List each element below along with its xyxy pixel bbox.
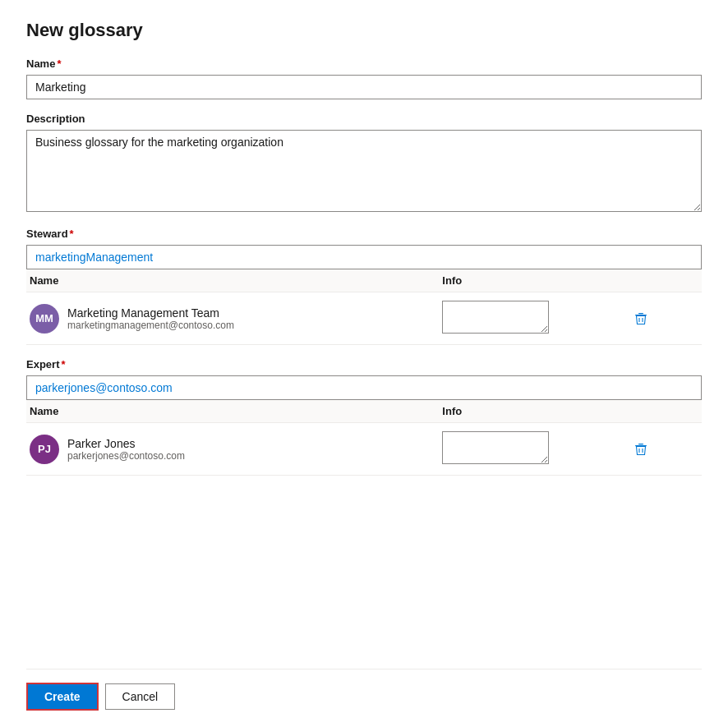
description-group: Description Business glossary for the ma… <box>26 113 702 214</box>
expert-col-info: Info <box>439 400 626 423</box>
expert-label: Expert* <box>26 358 702 370</box>
expert-delete-button[interactable] <box>630 439 652 460</box>
expert-person-email: parkerjones@contoso.com <box>67 450 185 462</box>
steward-table: Name Info MM Marketing Management Team m… <box>26 269 702 345</box>
steward-info-input[interactable] <box>442 301 549 334</box>
create-button[interactable]: Create <box>26 683 99 711</box>
form-container: New glossary Name* Description Business … <box>0 0 728 727</box>
steward-col-info: Info <box>439 269 626 292</box>
expert-avatar: PJ <box>30 435 59 464</box>
expert-person-info: Parker Jones parkerjones@contoso.com <box>67 437 185 462</box>
expert-person-name: Parker Jones <box>67 437 185 450</box>
steward-avatar: MM <box>30 304 59 334</box>
steward-person-name: Marketing Management Team <box>67 306 234 320</box>
name-required-star: * <box>57 58 61 70</box>
expert-required-star: * <box>61 358 65 370</box>
steward-col-name: Name <box>26 269 439 292</box>
page-title: New glossary <box>26 20 702 41</box>
name-input[interactable] <box>26 75 702 99</box>
steward-group: Steward* Name Info MM Marketing Mana <box>26 228 702 345</box>
expert-row: PJ Parker Jones parkerjones@contoso.com <box>26 423 702 476</box>
steward-person-cell: MM Marketing Management Team marketingma… <box>26 292 439 345</box>
steward-info-cell <box>439 292 626 345</box>
expert-group: Expert* Name Info PJ Parker Jones <box>26 358 702 476</box>
svg-rect-1 <box>638 313 643 314</box>
steward-action-cell <box>627 292 702 345</box>
name-label: Name* <box>26 58 702 70</box>
steward-input[interactable] <box>26 245 702 269</box>
steward-delete-button[interactable] <box>630 308 652 329</box>
expert-info-input[interactable] <box>442 431 549 464</box>
description-textarea[interactable]: Business glossary for the marketing orga… <box>26 130 702 212</box>
name-group: Name* <box>26 58 702 99</box>
footer-bar: Create Cancel <box>26 669 702 727</box>
expert-action-cell <box>627 423 702 476</box>
steward-label: Steward* <box>26 228 702 240</box>
expert-input[interactable] <box>26 375 702 400</box>
expert-person-cell: PJ Parker Jones parkerjones@contoso.com <box>26 423 439 476</box>
steward-required-star: * <box>70 228 74 240</box>
svg-rect-5 <box>638 444 643 444</box>
steward-row: MM Marketing Management Team marketingma… <box>26 292 702 345</box>
expert-table: Name Info PJ Parker Jones parkerjones@co… <box>26 400 702 476</box>
steward-person-info: Marketing Management Team marketingmanag… <box>67 306 234 331</box>
expert-col-name: Name <box>26 400 439 423</box>
steward-person-email: marketingmanagement@contoso.com <box>67 320 234 331</box>
expert-info-cell <box>439 423 626 476</box>
description-label: Description <box>26 113 702 125</box>
cancel-button[interactable]: Cancel <box>105 683 176 710</box>
